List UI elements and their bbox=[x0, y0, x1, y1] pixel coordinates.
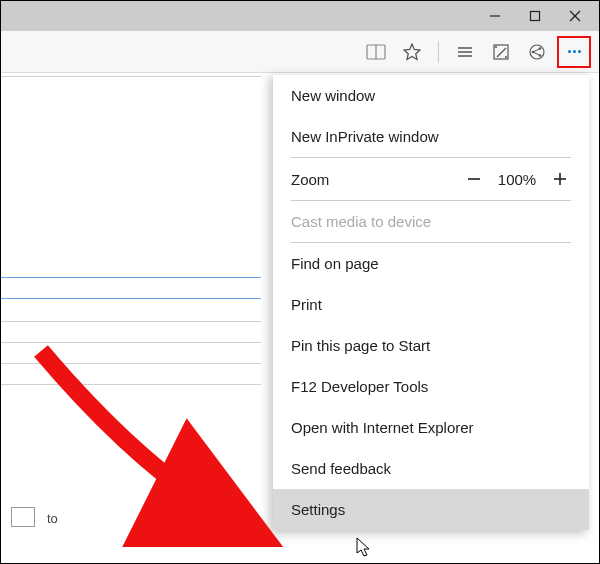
menu-cast: Cast media to device bbox=[273, 201, 589, 242]
close-button[interactable] bbox=[555, 3, 595, 29]
webnote-button[interactable] bbox=[485, 36, 517, 68]
hub-button[interactable] bbox=[449, 36, 481, 68]
window-titlebar bbox=[1, 1, 599, 31]
svg-marker-24 bbox=[357, 538, 369, 556]
date-field[interactable] bbox=[11, 507, 35, 527]
maximize-button[interactable] bbox=[515, 3, 555, 29]
browser-toolbar bbox=[1, 31, 599, 73]
menu-find[interactable]: Find on page bbox=[273, 243, 589, 284]
share-icon bbox=[528, 43, 546, 61]
svg-line-11 bbox=[497, 48, 506, 57]
maximize-icon bbox=[529, 10, 541, 22]
zoom-label: Zoom bbox=[291, 171, 453, 188]
share-button[interactable] bbox=[521, 36, 553, 68]
plus-icon bbox=[552, 171, 568, 187]
cursor-icon bbox=[356, 537, 374, 559]
close-icon bbox=[569, 10, 581, 22]
svg-point-13 bbox=[505, 56, 507, 58]
zoom-in-button[interactable] bbox=[549, 168, 571, 190]
webnote-icon bbox=[492, 43, 510, 61]
menu-zoom: Zoom 100% bbox=[273, 158, 589, 200]
zoom-value: 100% bbox=[497, 171, 537, 188]
zoom-out-button[interactable] bbox=[463, 168, 485, 190]
svg-marker-6 bbox=[404, 44, 420, 60]
menu-print[interactable]: Print bbox=[273, 284, 589, 325]
svg-point-12 bbox=[495, 46, 497, 48]
menu-settings[interactable]: Settings bbox=[273, 489, 589, 530]
reading-view-icon bbox=[366, 44, 386, 60]
favorites-button[interactable] bbox=[396, 36, 428, 68]
menu-open-ie[interactable]: Open with Internet Explorer bbox=[273, 407, 589, 448]
more-button[interactable] bbox=[557, 36, 591, 68]
reading-view-button[interactable] bbox=[360, 36, 392, 68]
minus-icon bbox=[466, 171, 482, 187]
star-icon bbox=[403, 43, 421, 61]
minimize-icon bbox=[489, 10, 501, 22]
more-icon bbox=[568, 50, 581, 53]
hub-icon bbox=[456, 45, 474, 59]
page-content bbox=[1, 74, 261, 563]
menu-devtools[interactable]: F12 Developer Tools bbox=[273, 366, 589, 407]
minimize-button[interactable] bbox=[475, 3, 515, 29]
more-menu: New window New InPrivate window Zoom 100… bbox=[273, 74, 589, 530]
menu-new-window[interactable]: New window bbox=[273, 75, 589, 116]
menu-new-inprivate[interactable]: New InPrivate window bbox=[273, 116, 589, 157]
svg-rect-1 bbox=[531, 12, 540, 21]
to-label: to bbox=[47, 511, 58, 526]
toolbar-separator bbox=[438, 41, 439, 63]
svg-line-18 bbox=[533, 48, 540, 52]
svg-line-19 bbox=[533, 52, 540, 56]
menu-feedback[interactable]: Send feedback bbox=[273, 448, 589, 489]
menu-pin[interactable]: Pin this page to Start bbox=[273, 325, 589, 366]
